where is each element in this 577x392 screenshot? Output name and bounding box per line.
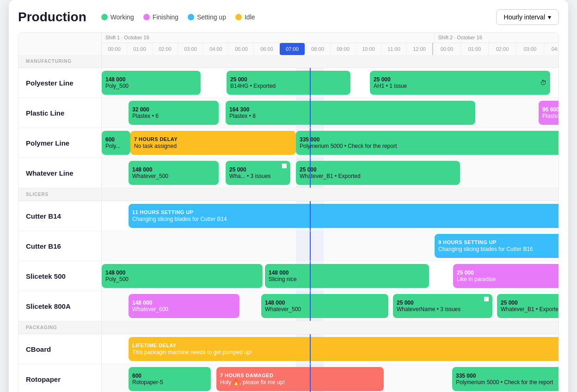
label-spacer bbox=[18, 33, 102, 55]
task-polyester-1[interactable]: 148 000 Poly_500 bbox=[102, 71, 201, 95]
time-tick: 07:00 bbox=[280, 43, 305, 55]
manufacturing-divider: MANUFACTURING bbox=[18, 55, 559, 68]
task-whatever-1[interactable]: 148 000 Whatever_500 bbox=[129, 161, 219, 185]
task-slicetek500-3[interactable]: 25 000 Like in paradise bbox=[453, 264, 559, 288]
cutter-b14-label: Cutter B14 bbox=[18, 201, 102, 231]
time-tick: 05:00 bbox=[229, 43, 254, 55]
working-label: Working bbox=[110, 13, 134, 21]
legend-setting: Setting up bbox=[188, 13, 226, 21]
task-polyester-2[interactable]: 25 000 B14HG • Exported bbox=[227, 71, 350, 95]
interval-label: Hourly interval bbox=[504, 13, 545, 21]
finishing-dot bbox=[143, 14, 150, 20]
rotopaper-label: Rotopaper bbox=[18, 364, 102, 392]
note-icon bbox=[282, 164, 287, 168]
rotopaper-row: Rotopaper 600 Rotopaper-5 7 HOURS DAMAGE… bbox=[18, 364, 559, 392]
task-slicetek500-1[interactable]: 148 000 Poly_500 bbox=[102, 264, 263, 288]
slicetek800-label: Slicetek 800A bbox=[18, 291, 102, 321]
slicetek800-row: Slicetek 800A 148 000 Whatever_600 148 0… bbox=[18, 291, 559, 321]
timer-icon: ⏱ bbox=[540, 79, 546, 86]
setting-dot bbox=[188, 14, 194, 20]
shift-labels: Shift 1 · October 16 Shift 2 · October 1… bbox=[102, 33, 559, 43]
idle-dot bbox=[235, 14, 242, 20]
cutter-b16-label: Cutter B16 bbox=[18, 231, 102, 261]
time-tick: 02:00 bbox=[153, 43, 178, 55]
cboard-label: CBoard bbox=[18, 334, 102, 364]
task-cboard[interactable]: LIFETIME DELAY This packagin machine nee… bbox=[129, 337, 559, 361]
task-whatever-3[interactable]: 25 000 Whatever_B1 • Exported bbox=[296, 161, 460, 185]
task-slicetek800-4[interactable]: 25 000 Whatever_B1 • Exported bbox=[497, 294, 559, 318]
time-tick: 06:00 bbox=[254, 43, 280, 55]
task-slicetek500-2[interactable]: 148 000 Slicing nice bbox=[265, 264, 429, 288]
setting-label: Setting up bbox=[197, 13, 226, 21]
time-tick-s2: 00:00 bbox=[433, 43, 461, 55]
polyester-label: Polyester Line bbox=[18, 68, 102, 98]
task-slicetek800-2[interactable]: 148 000 Whatever_500 bbox=[261, 294, 388, 318]
time-tick: 00:00 bbox=[102, 43, 127, 55]
cutter-b14-row: Cutter B14 11 HOURS SETTING UP Changing … bbox=[18, 201, 559, 231]
task-rotopaper-damaged[interactable]: 7 HOURS DAMAGED Holy 🔥, please fix me up… bbox=[216, 367, 384, 391]
legend-idle: Idle bbox=[235, 13, 255, 21]
app-container: Production Working Finishing Setting up … bbox=[9, 0, 568, 392]
time-tick: 03:00 bbox=[178, 43, 203, 55]
task-cutter-b16[interactable]: 9 HOURS SETTING UP Changing slicing blad… bbox=[435, 234, 559, 258]
idle-label: Idle bbox=[245, 13, 255, 21]
time-tick-s2: 04:00 bbox=[544, 43, 559, 55]
plastic-label: Plastic Line bbox=[18, 98, 102, 128]
plastic-row: Plastic Line 32 000 Plastex • 6 164 300 … bbox=[18, 98, 559, 128]
time-tick: 01:00 bbox=[127, 43, 153, 55]
whatever-label: Whatever Line bbox=[18, 158, 102, 188]
legend: Working Finishing Setting up Idle bbox=[101, 13, 255, 21]
interval-dropdown[interactable]: Hourly interval bbox=[496, 9, 559, 25]
task-polyester-3[interactable]: 25 000 AH1 • 1 issue ⏱ bbox=[370, 71, 550, 95]
task-whatever-2[interactable]: 25 000 Wha... • 3 issues bbox=[226, 161, 290, 185]
polyester-timeline: 148 000 Poly_500 25 000 B14HG • Exported… bbox=[102, 68, 559, 98]
task-slicetek800-1[interactable]: 148 000 Whatever_600 bbox=[129, 294, 239, 318]
rotopaper-timeline: 600 Rotopaper-5 7 HOURS DAMAGED Holy 🔥, … bbox=[102, 364, 559, 392]
plastic-timeline: 32 000 Plastex • 6 164 300 Plastex • 8 9… bbox=[102, 98, 559, 128]
manufacturing-label: MANUFACTURING bbox=[18, 55, 102, 67]
time-tick: 09:00 bbox=[331, 43, 356, 55]
slicers-divider: SLICERS bbox=[18, 188, 559, 201]
task-plastic-1[interactable]: 32 000 Plastex • 6 bbox=[129, 101, 219, 125]
header: Production Working Finishing Setting up … bbox=[18, 9, 559, 25]
task-slicetek800-3[interactable]: 25 000 WhateverName • 3 issues bbox=[393, 294, 492, 318]
time-tick: 04:00 bbox=[203, 43, 229, 55]
polymer-label: Polymer Line bbox=[18, 128, 102, 158]
shift1-label: Shift 1 · October 16 bbox=[102, 33, 435, 43]
polymer-row: Polymer Line 600 Poly... 7 HOURS DELAY N… bbox=[18, 128, 559, 158]
task-polymer-delay[interactable]: 7 HOURS DELAY No task assigned bbox=[130, 131, 296, 155]
task-plastic-3[interactable]: 96 600 Plastex • 12 bbox=[539, 101, 559, 125]
time-tick-s2: 03:00 bbox=[516, 43, 544, 55]
time-header-row: Shift 1 · October 16 Shift 2 · October 1… bbox=[18, 33, 559, 55]
time-tick: 08:00 bbox=[305, 43, 331, 55]
packaging-divider: PACKAGING bbox=[18, 321, 559, 334]
whatever-row: Whatever Line 148 000 Whatever_500 25 00… bbox=[18, 158, 559, 188]
note-icon bbox=[484, 297, 489, 301]
slicetek500-label: Slicetek 500 bbox=[18, 261, 102, 291]
time-tick-s2: 01:00 bbox=[461, 43, 489, 55]
task-plastic-2[interactable]: 164 300 Plastex • 8 bbox=[226, 101, 475, 125]
whatever-timeline: 148 000 Whatever_500 25 000 Wha... • 3 i… bbox=[102, 158, 559, 188]
task-polymer-1[interactable]: 600 Poly... bbox=[102, 131, 130, 155]
cutter-b16-timeline: 9 HOURS SETTING UP Changing slicing blad… bbox=[102, 231, 559, 261]
slicers-label: SLICERS bbox=[18, 188, 102, 201]
cutter-b16-row: Cutter B16 9 HOURS SETTING UP Changing s… bbox=[18, 231, 559, 261]
legend-finishing: Finishing bbox=[143, 13, 178, 21]
packaging-label: PACKAGING bbox=[18, 321, 102, 334]
shift2-label: Shift 2 · October 16 bbox=[435, 33, 559, 43]
schedule: Shift 1 · October 16 Shift 2 · October 1… bbox=[18, 32, 559, 392]
manufacturing-spacer bbox=[102, 55, 559, 67]
finishing-label: Finishing bbox=[153, 13, 178, 21]
legend-working: Working bbox=[101, 13, 134, 21]
slicetek500-timeline: 148 000 Poly_500 148 000 Slicing nice 25… bbox=[102, 261, 559, 291]
task-cutter-b14[interactable]: 11 HOURS SETTING UP Changing slicing bla… bbox=[129, 204, 559, 228]
task-rotopaper-1[interactable]: 600 Rotopaper-5 bbox=[129, 367, 211, 391]
time-tick: 11:00 bbox=[381, 43, 407, 55]
slicetek500-row: Slicetek 500 148 000 Poly_500 148 000 Sl… bbox=[18, 261, 559, 291]
task-polymer-2[interactable]: 335 000 Polymerium 5000 • Check for the … bbox=[296, 131, 559, 155]
cboard-row: CBoard LIFETIME DELAY This packagin mach… bbox=[18, 334, 559, 364]
cutter-b14-timeline: 11 HOURS SETTING UP Changing slicing bla… bbox=[102, 201, 559, 231]
time-ticks: 00:0001:0002:0003:0004:0005:0006:0007:00… bbox=[102, 43, 559, 55]
task-rotopaper-2[interactable]: 335 000 Polymerium 5000 • Check for the … bbox=[452, 367, 559, 391]
time-tick-s2: 02:00 bbox=[489, 43, 516, 55]
